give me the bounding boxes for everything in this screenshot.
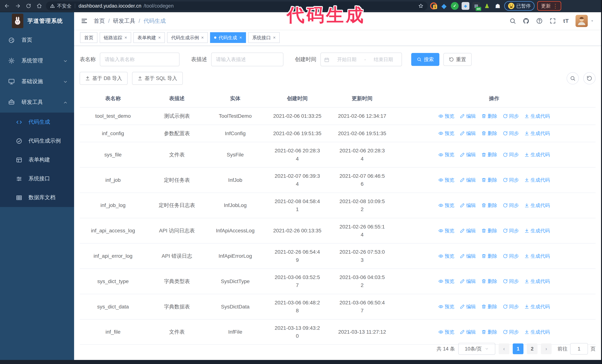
edit-link[interactable]: 编辑 [460,151,476,158]
edit-link[interactable]: 编辑 [460,130,476,137]
font-size-icon[interactable]: tT [561,16,571,26]
sidebar-item-dev-tools[interactable]: 研发工具 [0,92,74,113]
extension-icon-4[interactable]: ◆ [462,2,469,10]
delete-link[interactable]: 删除 [481,252,497,260]
sync-link[interactable]: 同步 [503,227,519,234]
date-range-picker[interactable]: 开始日期 - 结束日期 [321,52,402,66]
delete-link[interactable]: 删除 [481,130,497,137]
edit-link[interactable]: 编辑 [460,227,476,234]
generate-code-link[interactable]: 生成代码 [524,227,550,234]
sync-link[interactable]: 同步 [503,252,519,260]
toggle-search-button[interactable] [567,72,579,84]
fullscreen-icon[interactable] [547,16,558,26]
prev-page-button[interactable]: ‹ [499,343,509,354]
delete-link[interactable]: 删除 [481,227,497,234]
sync-link[interactable]: 同步 [503,130,519,137]
extension-icon-5[interactable]: ▤on [472,2,480,10]
tab-system-api[interactable]: 系统接口× [248,32,280,43]
sidebar-item-code-generation[interactable]: 代码生成 [0,113,74,131]
tab-code-generation[interactable]: 代码生成× [210,32,246,43]
delete-link[interactable]: 删除 [481,176,497,184]
sidebar-collapse-icon[interactable] [81,17,88,24]
preview-link[interactable]: 预览 [439,176,454,184]
extension-icon-3[interactable]: ✓ [451,2,459,10]
generate-code-link[interactable]: 生成代码 [524,151,550,158]
sidebar-item-system-api[interactable]: 系统接口 [0,169,74,188]
delete-link[interactable]: 删除 [481,303,497,310]
tab-form-builder[interactable]: 表单构建× [133,32,165,43]
delete-link[interactable]: 删除 [481,202,497,209]
preview-link[interactable]: 预览 [439,252,454,260]
generate-code-link[interactable]: 生成代码 [524,112,550,120]
preview-link[interactable]: 预览 [439,130,454,137]
header-search-icon[interactable] [507,16,518,26]
delete-link[interactable]: 删除 [481,328,497,336]
generate-code-link[interactable]: 生成代码 [524,328,550,336]
tab-close-icon[interactable]: × [124,35,127,40]
tab-home[interactable]: 首页 [80,32,97,43]
url-bar[interactable]: 不安全 dashboard.yudao.iocoder.cn /tool/cod… [46,1,428,10]
import-db-button[interactable]: 基于 DB 导入 [80,72,128,85]
preview-link[interactable]: 预览 [439,151,454,158]
refresh-table-button[interactable] [583,72,595,84]
generate-code-link[interactable]: 生成代码 [524,176,550,184]
delete-link[interactable]: 删除 [481,278,497,285]
edit-link[interactable]: 编辑 [460,278,476,285]
bookmark-star-icon[interactable] [418,3,423,9]
sidebar-item-home[interactable]: 首页 [0,30,74,50]
extension-icon-7[interactable]: ☗ [494,2,502,10]
generate-code-link[interactable]: 生成代码 [524,202,550,209]
extension-icon-6[interactable]: ♟ [483,2,491,10]
browser-forward-icon[interactable] [14,2,22,10]
generate-code-link[interactable]: 生成代码 [524,303,550,310]
help-icon[interactable] [534,16,545,26]
tab-close-icon[interactable]: × [239,35,242,40]
sync-link[interactable]: 同步 [503,112,519,120]
sync-link[interactable]: 同步 [503,202,519,209]
browser-update-button[interactable]: 更新 ⋮ [537,1,561,11]
sidebar-item-infrastructure[interactable]: 基础设施 [0,71,74,92]
sidebar-item-db-docs[interactable]: 数据库文档 [0,188,74,207]
sidebar-item-codegen-example[interactable]: 代码生成示例 [0,131,74,150]
breadcrumb-dev-tools[interactable]: 研发工具 [113,17,135,25]
app-logo[interactable]: 芋道管理系统 [0,12,74,30]
user-avatar[interactable] [576,15,588,27]
import-sql-button[interactable]: 基于 SQL 导入 [132,72,183,85]
profile-paused-chip[interactable]: 已暂停 [504,1,535,11]
edit-link[interactable]: 编辑 [460,202,476,209]
sidebar-item-system-management[interactable]: 系统管理 [0,50,74,71]
table-name-input[interactable] [100,52,180,66]
preview-link[interactable]: 预览 [439,227,454,234]
tab-close-icon[interactable]: × [201,35,204,40]
table-desc-input[interactable] [211,52,283,66]
extension-icon-1[interactable]: 1 [430,2,437,10]
browser-back-icon[interactable] [3,2,11,10]
search-button[interactable]: 搜索 [411,53,439,66]
sync-link[interactable]: 同步 [503,278,519,285]
browser-reload-icon[interactable] [24,2,32,10]
delete-link[interactable]: 删除 [481,151,497,158]
edit-link[interactable]: 编辑 [460,112,476,120]
page-size-select[interactable]: 10条/页 [458,343,495,355]
sync-link[interactable]: 同步 [503,328,519,336]
extension-icon-2[interactable]: ◆ [440,2,448,10]
page-button-1[interactable]: 1 [513,343,524,354]
goto-page-input[interactable] [570,343,588,354]
tab-close-icon[interactable]: × [158,35,161,40]
edit-link[interactable]: 编辑 [460,328,476,336]
sync-link[interactable]: 同步 [503,151,519,158]
github-icon[interactable] [521,16,531,26]
sync-link[interactable]: 同步 [503,303,519,310]
tab-link-tracing[interactable]: 链路追踪× [100,32,131,43]
sync-link[interactable]: 同步 [503,176,519,184]
breadcrumb-home[interactable]: 首页 [94,17,105,25]
edit-link[interactable]: 编辑 [460,252,476,260]
tab-close-icon[interactable]: × [273,35,276,40]
preview-link[interactable]: 预览 [439,278,454,285]
preview-link[interactable]: 预览 [439,328,454,336]
page-button-2[interactable]: 2 [527,343,538,354]
tab-codegen-example[interactable]: 代码生成示例× [167,32,208,43]
browser-home-icon[interactable] [35,2,43,10]
edit-link[interactable]: 编辑 [460,176,476,184]
generate-code-link[interactable]: 生成代码 [524,130,550,137]
